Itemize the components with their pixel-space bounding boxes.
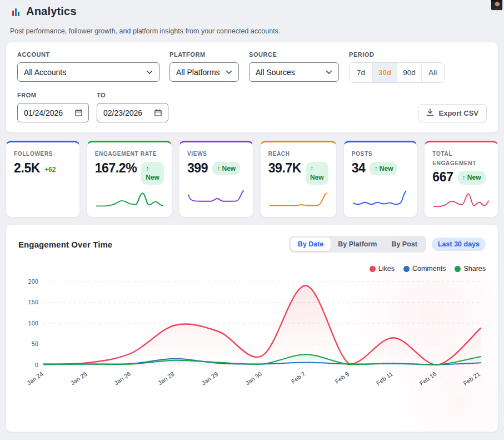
- engagement-line-chart: 050100150200Jan 24Jan 25Jan 26Jan 28Jan …: [18, 275, 486, 399]
- calendar-icon: [75, 109, 82, 116]
- stat-value: 667: [432, 170, 453, 185]
- stat-value: 39.7K: [268, 161, 301, 176]
- svg-text:Jan 30: Jan 30: [244, 370, 263, 387]
- range-badge: Last 30 days: [432, 238, 486, 251]
- svg-text:150: 150: [28, 299, 38, 305]
- svg-text:Jan 25: Jan 25: [69, 370, 88, 387]
- period-option-7d[interactable]: 7d: [350, 63, 372, 82]
- period-option-30d[interactable]: 30d: [372, 63, 397, 82]
- legend-item-shares[interactable]: Shares: [455, 265, 486, 273]
- export-csv-button[interactable]: Export CSV: [418, 104, 487, 122]
- comments-dot-icon: [403, 266, 410, 272]
- legend-label: Shares: [463, 265, 486, 273]
- legend-item-comments[interactable]: Comments: [403, 265, 446, 273]
- stat-card-reach: REACH 39.7K ↑ New: [260, 141, 337, 217]
- period-label: PERIOD: [349, 51, 445, 58]
- to-date-input[interactable]: 02/23/2026: [97, 103, 168, 122]
- page-title: Analytics: [26, 5, 77, 18]
- user-avatar[interactable]: [491, 0, 503, 11]
- legend-item-likes[interactable]: Likes: [370, 265, 395, 273]
- period-option-90d[interactable]: 90d: [397, 63, 421, 82]
- sparkline: [432, 188, 490, 210]
- period-segmented-control: 7d 30d 90d All: [349, 62, 445, 83]
- platform-label: PLATFORM: [169, 51, 239, 58]
- svg-text:Feb 16: Feb 16: [418, 370, 438, 387]
- download-icon: [426, 108, 434, 118]
- tab-by-post[interactable]: By Post: [384, 238, 425, 251]
- tab-by-date[interactable]: By Date: [291, 238, 331, 251]
- source-label: SOURCE: [249, 51, 339, 58]
- filter-panel: ACCOUNT All Accounts PLATFORM All Platfo…: [6, 42, 498, 133]
- new-badge: ↑ New: [458, 171, 486, 185]
- stat-card-followers: FOLLOWERS 2.5K +62: [6, 141, 80, 217]
- chevron-down-icon: [146, 70, 153, 75]
- bar-chart-icon: [10, 6, 21, 17]
- export-csv-label: Export CSV: [438, 109, 478, 117]
- to-date-value: 02/23/2026: [103, 108, 142, 117]
- stat-card-total-engagement: TOTAL ENGAGEMENT 667 ↑ New: [424, 141, 498, 217]
- stat-card-posts: POSTS 34 ↑ New: [343, 141, 418, 217]
- app-header: Analytics Post performance, follower gro…: [0, 0, 504, 35]
- stat-value: 34: [352, 161, 366, 176]
- sparkline: [352, 188, 410, 210]
- from-label: FROM: [17, 92, 89, 98]
- new-badge: ↑ New: [370, 162, 397, 176]
- stat-value: 167.2%: [95, 161, 137, 176]
- sparkline: [268, 188, 328, 210]
- new-badge: ↑ New: [212, 162, 240, 176]
- chart-legend: Likes Comments Shares: [18, 265, 486, 273]
- tab-by-platform[interactable]: By Platform: [331, 238, 384, 251]
- period-option-all[interactable]: All: [421, 63, 444, 82]
- from-date-value: 01/24/2026: [24, 108, 63, 117]
- svg-text:200: 200: [28, 278, 38, 285]
- svg-text:Feb 7: Feb 7: [290, 370, 307, 385]
- stat-card-engagement-rate: ENGAGEMENT RATE 167.2% ↑ New: [87, 141, 172, 217]
- svg-text:Feb 11: Feb 11: [375, 370, 394, 387]
- stat-value: 2.5K: [14, 161, 40, 176]
- chart-view-tabs: By Date By Platform By Post: [289, 236, 426, 253]
- svg-text:Jan 24: Jan 24: [26, 370, 44, 387]
- svg-text:50: 50: [32, 340, 38, 347]
- calendar-icon: [154, 109, 162, 116]
- platform-select[interactable]: All Platforms: [169, 62, 239, 82]
- platform-filter-group: PLATFORM All Platforms: [169, 51, 239, 82]
- shares-dot-icon: [455, 266, 461, 272]
- stat-value: 399: [187, 161, 208, 176]
- account-filter-group: ACCOUNT All Accounts: [17, 51, 159, 82]
- to-date-group: TO 02/23/2026: [97, 92, 168, 122]
- account-select[interactable]: All Accounts: [17, 62, 159, 82]
- account-select-value: All Accounts: [24, 68, 66, 77]
- engagement-chart-panel: Engagement Over Time By Date By Platform…: [6, 224, 498, 432]
- avatar-image: [491, 0, 503, 11]
- stat-label: TOTAL ENGAGEMENT: [432, 150, 490, 168]
- legend-label: Likes: [378, 265, 395, 273]
- svg-text:0: 0: [35, 362, 38, 368]
- sparkline: [187, 188, 245, 210]
- account-label: ACCOUNT: [17, 51, 159, 58]
- stats-row: FOLLOWERS 2.5K +62 ENGAGEMENT RATE 167.2…: [6, 141, 498, 217]
- sparkline: [95, 188, 164, 210]
- svg-text:Feb 21: Feb 21: [462, 370, 481, 387]
- svg-text:100: 100: [28, 320, 38, 327]
- platform-select-value: All Platforms: [176, 68, 220, 77]
- svg-text:Jan 28: Jan 28: [157, 370, 176, 387]
- stat-label: VIEWS: [187, 150, 245, 159]
- from-date-input[interactable]: 01/24/2026: [17, 103, 89, 122]
- svg-text:Feb 9: Feb 9: [334, 370, 351, 385]
- svg-text:Jan 29: Jan 29: [201, 370, 219, 387]
- source-select[interactable]: All Sources: [249, 62, 339, 82]
- new-badge: ↑ New: [141, 162, 164, 185]
- from-date-group: FROM 01/24/2026: [17, 92, 89, 122]
- legend-label: Comments: [412, 265, 446, 273]
- stat-label: FOLLOWERS: [14, 150, 72, 159]
- page-subtitle: Post performance, follower growth, and p…: [10, 27, 494, 35]
- stat-label: REACH: [268, 150, 328, 159]
- chevron-down-icon: [226, 70, 232, 75]
- svg-text:Jan 26: Jan 26: [113, 370, 132, 387]
- stat-card-views: VIEWS 399 ↑ New: [179, 141, 253, 217]
- to-label: TO: [97, 92, 168, 98]
- source-select-value: All Sources: [256, 68, 295, 77]
- stat-label: POSTS: [352, 150, 410, 159]
- chevron-down-icon: [326, 70, 332, 75]
- source-filter-group: SOURCE All Sources: [249, 51, 339, 82]
